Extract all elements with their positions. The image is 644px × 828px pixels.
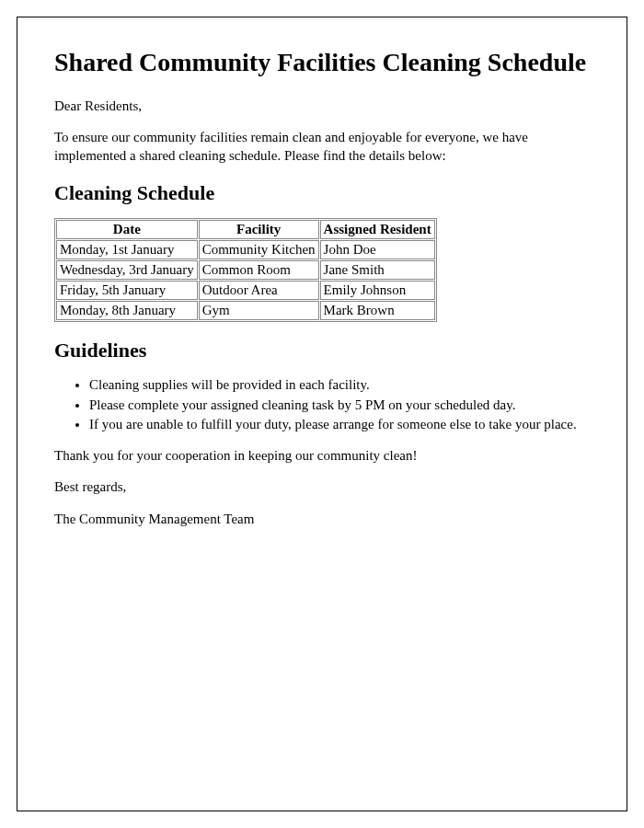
table-cell: Jane Smith: [320, 260, 435, 280]
greeting-text: Dear Residents,: [54, 97, 590, 115]
table-cell: Wednesday, 3rd January: [56, 260, 198, 280]
signature-text: The Community Management Team: [54, 510, 590, 528]
table-row: Monday, 8th January Gym Mark Brown: [56, 301, 435, 320]
schedule-heading: Cleaning Schedule: [54, 181, 590, 205]
page-title: Shared Community Facilities Cleaning Sch…: [54, 47, 590, 78]
thanks-text: Thank you for your cooperation in keepin…: [54, 446, 590, 465]
table-cell: Common Room: [199, 260, 319, 280]
list-item: Please complete your assigned cleaning t…: [89, 396, 590, 414]
table-cell: Community Kitchen: [199, 240, 319, 259]
list-item: Cleaning supplies will be provided in ea…: [89, 375, 590, 394]
table-row: Friday, 5th January Outdoor Area Emily J…: [56, 281, 435, 300]
table-cell: Monday, 8th January: [56, 301, 198, 320]
guidelines-list: Cleaning supplies will be provided in ea…: [89, 375, 590, 433]
document-page: Shared Community Facilities Cleaning Sch…: [17, 17, 627, 811]
table-cell: Monday, 1st January: [56, 240, 198, 259]
table-row: Wednesday, 3rd January Common Room Jane …: [56, 260, 435, 280]
table-cell: Mark Brown: [320, 301, 435, 320]
intro-text: To ensure our community facilities remai…: [54, 128, 590, 166]
table-cell: Gym: [199, 301, 319, 320]
table-row: Monday, 1st January Community Kitchen Jo…: [56, 240, 435, 259]
schedule-table: Date Facility Assigned Resident Monday, …: [54, 218, 437, 322]
table-cell: John Doe: [320, 240, 435, 259]
table-header: Facility: [199, 220, 319, 239]
table-header-row: Date Facility Assigned Resident: [56, 220, 435, 239]
table-cell: Emily Johnson: [320, 281, 435, 300]
table-cell: Outdoor Area: [199, 281, 319, 300]
table-header: Assigned Resident: [320, 220, 435, 239]
guidelines-heading: Guidelines: [54, 339, 590, 362]
table-cell: Friday, 5th January: [56, 281, 198, 300]
regards-text: Best regards,: [54, 477, 590, 496]
table-header: Date: [56, 220, 198, 239]
list-item: If you are unable to fulfill your duty, …: [89, 415, 590, 433]
